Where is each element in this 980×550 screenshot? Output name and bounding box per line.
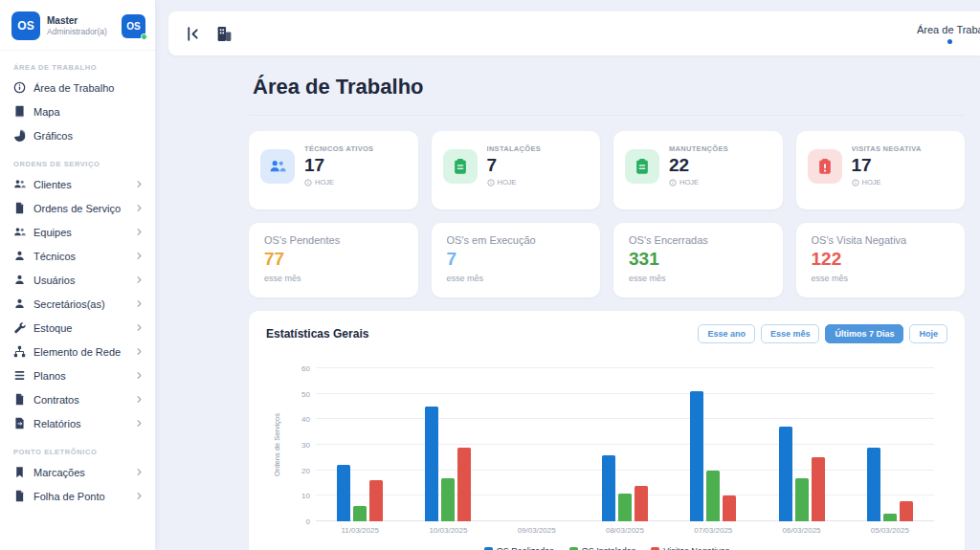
stat-body: INSTALAÇÕES7HOJE	[487, 142, 542, 199]
y-axis-tick: 0	[291, 517, 310, 526]
sidebar-item-clientes[interactable]: Clientes	[0, 172, 155, 196]
info-icon	[852, 179, 859, 187]
clipboard-icon	[625, 149, 659, 184]
sidebar-item-label: Relatórios	[33, 418, 127, 429]
chart-header: Estatísticas Gerais Esse anoEsse mêsÚlti…	[266, 324, 947, 343]
sidebar-item-area-de-trabalho[interactable]: Área de Trabalho	[0, 76, 155, 99]
summary-period: esse mês	[447, 274, 586, 283]
company-button[interactable]	[215, 25, 234, 43]
sidebar: OS Master Administrador(a) OS ÁREA DE TR…	[0, 0, 155, 550]
summary-card-os-s-visita-negativa: OS's Visita Negativa122esse mês	[796, 223, 966, 297]
summary-card-os-s-pendentes: OS's Pendentes77esse mês	[249, 223, 418, 297]
bar-visitas-negativas	[723, 495, 736, 521]
chevron-right-icon	[135, 395, 144, 404]
breadcrumb[interactable]: Área de Trabalho	[917, 24, 980, 35]
chart-card: Estatísticas Gerais Esse anoEsse mêsÚlti…	[249, 311, 965, 550]
summary-value: 122	[812, 249, 950, 270]
bar-group-11-03-2025	[316, 368, 404, 521]
chevron-right-icon	[135, 204, 144, 212]
filter-button-ultimos-7-dias[interactable]: Últimos 7 Dias	[825, 324, 903, 343]
info-icon	[487, 179, 495, 187]
online-status-dot	[141, 33, 147, 40]
sidebar-item-equipes[interactable]: Equipes	[0, 220, 155, 244]
bar-visitas-negativas	[369, 480, 383, 521]
sidebar-item-elemento-de-rede[interactable]: Elemento de Rede	[0, 340, 155, 363]
stat-period-label: HOJE	[498, 178, 517, 187]
timesheet-icon	[13, 490, 26, 502]
app-root: OS Master Administrador(a) OS ÁREA DE TR…	[0, 0, 980, 550]
bar-visitas-negativas	[900, 501, 913, 521]
chevron-right-icon	[135, 468, 144, 476]
summary-period: esse mês	[812, 274, 950, 283]
stat-body: TÉCNICOS ATIVOS17HOJE	[304, 142, 373, 199]
summary-card-os-s-encerradas: OS's Encerradas331esse mês	[613, 223, 783, 297]
chevron-right-icon	[135, 347, 144, 356]
filter-button-hoje[interactable]: Hoje	[909, 324, 947, 343]
building-icon	[215, 25, 234, 43]
y-axis-tick: 20	[291, 466, 310, 474]
sidebar-item-label: Equipes	[33, 227, 127, 238]
x-axis-label: 10/03/2025	[404, 526, 492, 535]
bar-visitas-negativas	[635, 486, 648, 521]
sidebar-item-planos[interactable]: Planos	[0, 363, 155, 387]
filter-button-esse-mes[interactable]: Esse mês	[761, 324, 820, 343]
stat-period: HOJE	[669, 178, 728, 187]
secretaries-icon	[13, 297, 26, 310]
stat-card-instalacoes: INSTALAÇÕES7HOJE	[432, 131, 601, 209]
legend-item-visitas-negativas[interactable]: Visitas Negativas	[651, 546, 729, 550]
filter-button-esse-ano[interactable]: Esse ano	[698, 324, 755, 343]
y-axis-tick: 50	[291, 389, 310, 398]
bar-os-instaladas	[883, 514, 897, 521]
stat-label: MANUTENÇÕES	[669, 144, 728, 153]
bar-os-instaladas	[618, 494, 632, 521]
plans-icon	[13, 369, 26, 382]
bar-os-instaladas	[706, 471, 720, 521]
sidebar-item-label: Marcações	[33, 467, 127, 478]
chart-title: Estatísticas Gerais	[266, 327, 368, 341]
bar-os-realizadas	[867, 448, 880, 521]
sidebar-item-mapa[interactable]: Mapa	[0, 99, 155, 123]
stat-value: 17	[304, 155, 373, 176]
chevron-right-icon	[135, 323, 144, 332]
sidebar-item-contratos[interactable]: Contratos	[0, 387, 155, 411]
sidebar-item-marcacoes[interactable]: Marcações	[0, 460, 155, 484]
x-axis-label: 08/03/2025	[581, 526, 669, 535]
chart-filters: Esse anoEsse mêsÚltimos 7 DiasHoje	[698, 324, 947, 343]
clipboard-icon	[443, 149, 478, 184]
company-badge[interactable]: OS	[122, 14, 145, 38]
stat-label: TÉCNICOS ATIVOS	[304, 144, 373, 153]
bar-visitas-negativas	[457, 448, 471, 521]
collapse-sidebar-button[interactable]	[184, 25, 202, 43]
technicians-icon	[13, 250, 26, 262]
sidebar-item-estoque[interactable]: Estoque	[0, 316, 155, 340]
sidebar-item-secretarios-as[interactable]: Secretários(as)	[0, 292, 155, 316]
sidebar-item-ordens-de-servico[interactable]: Ordens de Serviço	[0, 196, 155, 220]
chevron-right-icon	[135, 299, 144, 308]
sidebar-item-graficos[interactable]: Gráficos	[0, 123, 155, 147]
bar-os-realizadas	[779, 427, 792, 521]
page-title: Área de Trabalho	[249, 69, 965, 116]
info-icon	[304, 179, 312, 187]
summary-card-os-s-em-execucao: OS's em Execução7esse mês	[432, 223, 601, 297]
stat-body: VISITAS NEGATIVA17HOJE	[852, 142, 922, 199]
stat-value: 7	[487, 155, 542, 176]
sidebar-item-label: Técnicos	[33, 251, 127, 262]
stat-value: 17	[852, 155, 922, 176]
bar-group-10-03-2025	[404, 368, 492, 521]
sidebar-item-usuarios[interactable]: Usuários	[0, 268, 155, 292]
legend-item-os-realizadas[interactable]: OS Realizadas	[484, 546, 554, 550]
stat-period-label: HOJE	[862, 178, 881, 187]
bar-os-realizadas	[337, 465, 350, 521]
sidebar-item-folha-de-ponto[interactable]: Folha de Ponto	[0, 484, 155, 508]
sidebar-item-tecnicos[interactable]: Técnicos	[0, 244, 155, 268]
y-axis-tick: 60	[291, 364, 310, 373]
sidebar-item-relatorios[interactable]: Relatórios	[0, 411, 155, 435]
chevron-right-icon	[135, 180, 144, 188]
orders-icon	[13, 202, 26, 214]
sidebar-section-title-ordens-de-servico: ORDENS DE SERVIÇO	[0, 147, 155, 172]
legend-item-os-instaladas[interactable]: OS Instaladas	[569, 546, 636, 550]
bar-group-06-03-2025	[757, 368, 845, 521]
stat-period-label: HOJE	[315, 178, 334, 187]
stat-card-visitas-negativa: VISITAS NEGATIVA17HOJE	[796, 131, 966, 209]
reports-icon	[13, 417, 26, 429]
